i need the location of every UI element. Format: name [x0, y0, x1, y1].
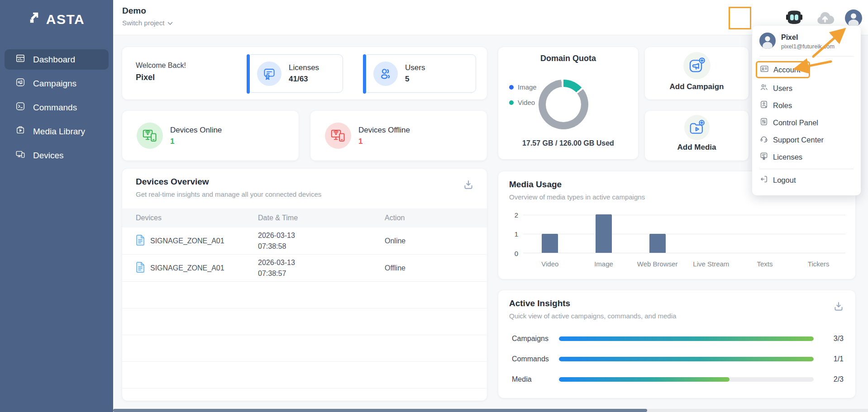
add-media-label: Add Media [645, 143, 749, 152]
category-label: Web Browser [630, 260, 684, 268]
download-icon[interactable] [833, 300, 844, 314]
stat-label: Devices Online [170, 126, 222, 135]
headset-icon [759, 134, 768, 145]
cloud-upload-icon[interactable] [815, 11, 835, 28]
y-tick-label: 2 [505, 211, 518, 219]
id-card-icon [760, 64, 769, 75]
menu-item-licenses[interactable]: Licenses [759, 152, 854, 162]
bar-video[interactable] [542, 234, 558, 253]
progress-track [559, 357, 814, 361]
legend-item-image: Image [509, 83, 537, 91]
column-header: Date & Time [258, 214, 385, 222]
license-icon [759, 152, 768, 162]
sidebar-item-campaigns[interactable]: Campaigns [5, 73, 109, 94]
insight-row-media: Media 2/3 [512, 375, 844, 384]
table-row[interactable]: SIGNAGE_ZONE_A01 2026-03-13 07:38:58 Onl… [122, 227, 487, 255]
account-email: pixel1@futureik.com [781, 43, 835, 50]
assistant-bot-icon[interactable] [785, 10, 803, 27]
menu-item-label: Licenses [773, 153, 802, 161]
y-tick-label: 0 [505, 250, 518, 257]
devices-overview-card: Devices Overview Get real-time insights … [122, 169, 487, 401]
legend-label: Video [518, 99, 535, 106]
add-campaign-label: Add Campaign [645, 82, 749, 91]
horizontal-scrollbar-track[interactable] [113, 409, 868, 412]
sidebar-item-label: Commands [33, 103, 77, 113]
media-usage-title: Media Usage [509, 180, 562, 189]
logout-icon [759, 175, 768, 185]
users-stat-card[interactable]: Users 5 [364, 54, 476, 93]
sidebar-item-commands[interactable]: Commands [5, 97, 109, 118]
insight-label: Media [512, 375, 559, 384]
devices-online-icon [137, 123, 163, 149]
menu-item-account[interactable]: Account [756, 61, 810, 78]
sidebar-item-devices[interactable]: Devices [5, 145, 109, 166]
add-campaign-icon [683, 52, 711, 79]
account-dropdown-menu: Pixel pixel1@futureik.com Account Users … [752, 26, 861, 195]
dropdown-user-row: Pixel pixel1@futureik.com [759, 33, 854, 51]
bar-web-browser[interactable] [649, 234, 666, 253]
menu-item-label: Roles [773, 101, 792, 110]
stat-value: 5 [405, 75, 425, 84]
devices-online-card: Devices Online 1 [122, 111, 299, 161]
legend-dot-image [509, 85, 514, 90]
table-row-empty [122, 335, 487, 362]
download-icon[interactable] [463, 179, 474, 192]
menu-item-label: Account [773, 66, 801, 74]
licenses-stat-card[interactable]: Licenses 41/63 [248, 54, 343, 93]
progress-track [559, 377, 814, 382]
stat-label: Users [405, 63, 425, 72]
legend-dot-video [509, 100, 514, 105]
file-icon [136, 235, 145, 247]
media-usage-subtitle: Overview of media types in active campai… [509, 193, 645, 201]
insight-label: Commands [512, 355, 559, 363]
insight-value: 2/3 [825, 375, 844, 384]
welcome-greeting: Welcome Back! [136, 62, 186, 70]
sidebar: ASTA Dashboard Campaigns Commands Media … [0, 0, 113, 412]
stat-value: 1 [170, 137, 222, 146]
account-name: Pixel [781, 33, 835, 42]
logo-arrow-icon [29, 11, 42, 28]
add-campaign-button[interactable]: Add Campaign [645, 47, 749, 99]
menu-item-label: Control Panel [773, 118, 818, 127]
sidebar-item-media-library[interactable]: Media Library [5, 121, 109, 142]
logo-text: ASTA [46, 12, 85, 27]
progress-track [559, 336, 814, 341]
bar-chart-plot [523, 215, 845, 253]
devices-overview-subtitle: Get real-time insights and manage all yo… [136, 190, 321, 198]
legend-item-video: Video [509, 99, 537, 106]
progress-fill [559, 377, 730, 382]
bar-image[interactable] [596, 214, 612, 253]
insight-label: Campaigns [512, 335, 559, 343]
menu-item-support-center[interactable]: Support Center [759, 134, 854, 145]
devices-icon [15, 149, 25, 161]
category-label: Tickers [792, 260, 845, 268]
add-media-button[interactable]: Add Media [645, 111, 749, 161]
menu-item-label: Logout [773, 176, 796, 185]
sidebar-item-label: Campaigns [33, 79, 76, 89]
table-row[interactable]: SIGNAGE_ZONE_A01 2026-03-13 07:38:57 Off… [122, 255, 487, 282]
menu-item-users[interactable]: Users [759, 83, 854, 94]
row-action: Offline [385, 264, 473, 272]
donut-legend: Image Video [509, 83, 537, 114]
devices-offline-icon [325, 123, 351, 149]
devices-overview-title: Devices Overview [136, 177, 209, 187]
chevron-down-icon [167, 19, 173, 27]
divider [759, 56, 854, 57]
sliders-icon [759, 117, 768, 128]
progress-fill [559, 357, 814, 361]
stat-label: Licenses [289, 63, 319, 72]
devices-table: Devices Date & Time Action SIGNAGE_ZONE_… [122, 208, 487, 412]
table-row-empty [122, 362, 487, 388]
table-row-empty [122, 308, 487, 335]
menu-item-logout[interactable]: Logout [759, 175, 854, 185]
sidebar-item-dashboard[interactable]: Dashboard [5, 49, 109, 70]
sidebar-item-label: Dashboard [33, 55, 75, 65]
menu-item-roles[interactable]: Roles [759, 100, 854, 111]
switch-project-button[interactable]: Switch project [122, 19, 173, 27]
avatar [759, 33, 776, 51]
row-date: 2026-03-13 [258, 257, 385, 268]
menu-item-label: Users [773, 84, 792, 93]
donut-hole [546, 87, 581, 122]
horizontal-scrollbar-thumb[interactable] [113, 409, 647, 412]
menu-item-control-panel[interactable]: Control Panel [759, 117, 854, 128]
